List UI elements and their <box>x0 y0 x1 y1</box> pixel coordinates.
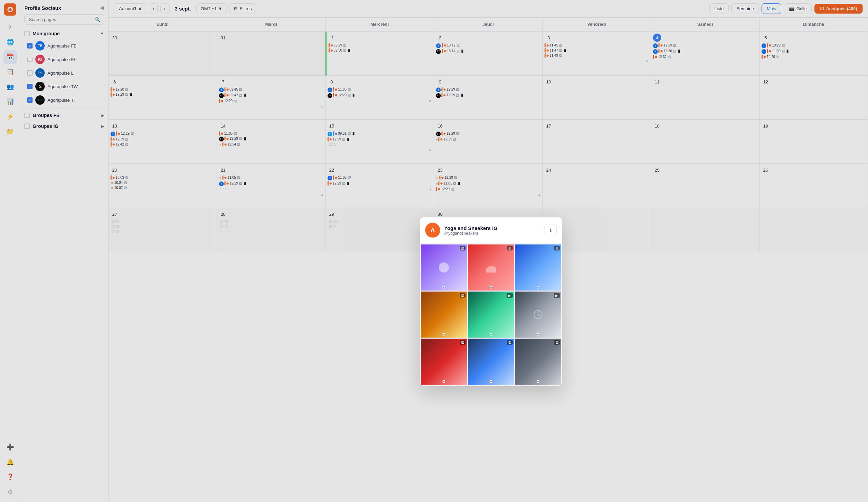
popup-overlay[interactable]: A Yoga and Sneakers IG @yogandsneakers ⬇… <box>0 0 868 502</box>
popup-img-8[interactable]: 🖼 <box>468 339 514 385</box>
img-play-5: ▶ <box>507 293 513 298</box>
img-dot-7 <box>443 380 445 383</box>
img-badge-9: 🖼 <box>554 340 560 345</box>
popup-img-6[interactable]: ▶ <box>515 292 561 338</box>
popup-header: A Yoga and Sneakers IG @yogandsneakers ⬇ <box>420 217 562 244</box>
img-badge-3: 🖼 <box>554 246 560 251</box>
img-dot-6 <box>537 333 539 336</box>
popup-grid: 🖼 🖼 🖼 🖼 ▶ ▶ <box>420 244 562 386</box>
popup-profile-info: Yoga and Sneakers IG @yogandsneakers <box>444 225 497 235</box>
img-badge-2: 🖼 <box>507 246 513 251</box>
popup-img-1[interactable]: 🖼 <box>421 245 467 291</box>
img-dot-8 <box>489 380 492 383</box>
popup-img-3[interactable]: 🖼 <box>515 245 561 291</box>
img-dot-5 <box>489 333 492 336</box>
img-badge-8: 🖼 <box>507 340 513 345</box>
img-dot-2 <box>489 286 492 289</box>
popup-img-4[interactable]: 🖼 <box>421 292 467 338</box>
popup-profile-name: Yoga and Sneakers IG <box>444 225 497 230</box>
img-dot-9 <box>537 380 539 383</box>
img-badge-4: 🖼 <box>460 293 466 298</box>
popup-img-9[interactable]: 🖼 <box>515 339 561 385</box>
popup-avatar: A <box>425 223 440 238</box>
img-play-6: ▶ <box>554 293 560 298</box>
profile-popup: A Yoga and Sneakers IG @yogandsneakers ⬇… <box>420 217 562 386</box>
svg-point-0 <box>439 263 449 273</box>
svg-line-3 <box>538 315 540 316</box>
img-dot-4 <box>443 333 445 336</box>
popup-profile-handle: @yogandsneakers <box>444 230 497 235</box>
img-dot-3 <box>537 286 539 289</box>
img-badge-1: 🖼 <box>460 246 466 251</box>
popup-img-7[interactable]: 🖼 <box>421 339 467 385</box>
img-badge-7: 🖼 <box>460 340 466 345</box>
popup-img-2[interactable]: 🖼 <box>468 245 514 291</box>
popup-img-5[interactable]: ▶ <box>468 292 514 338</box>
popup-download-button[interactable]: ⬇ <box>545 224 557 236</box>
img-dot-1 <box>443 286 445 289</box>
